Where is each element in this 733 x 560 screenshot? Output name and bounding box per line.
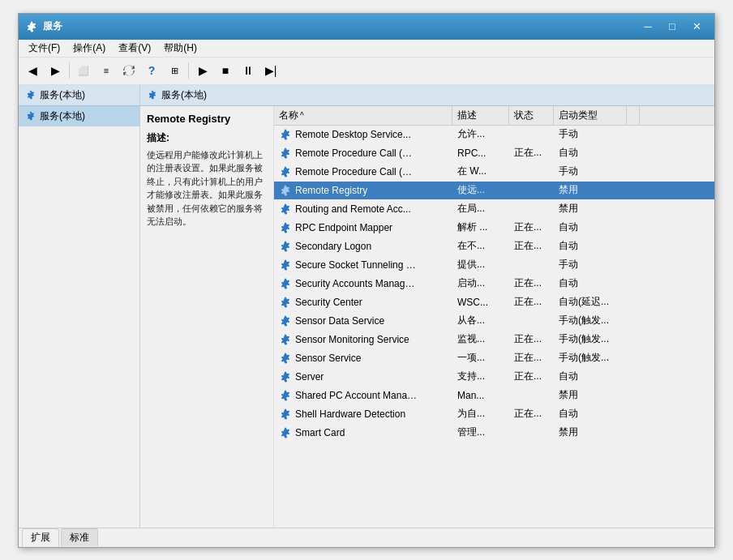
gear-icon [279,426,292,439]
service-startup-cell: 手动 [554,163,627,181]
start-button[interactable]: ▶ [192,60,213,81]
tab-extend[interactable]: 扩展 [22,528,59,547]
service-desc-cell: 从各... [452,312,509,330]
service-space-cell [627,163,640,181]
service-startup-cell: 手动(触发... [554,349,627,367]
service-desc-cell: Man... [452,387,509,404]
list-item[interactable]: Shell Hardware Detection为自...正在...自动 [274,405,714,424]
service-list[interactable]: 名称 ^ 描述 状态 启动类型 [274,106,714,528]
service-status-cell: 正在... [509,293,554,311]
service-status-cell [509,163,554,181]
list-item[interactable]: Security Accounts Manag…启动...正在...自动 [274,275,714,293]
service-status-cell: 正在... [509,368,554,386]
properties-button[interactable]: ⊞ [164,60,185,81]
gear-icon [279,352,292,365]
service-name-text: Remote Registry [295,185,367,196]
list-item[interactable]: Remote Procedure Call (…RPC...正在...自动 [274,144,714,163]
stop-button[interactable]: ■ [215,60,236,81]
description-panel: Remote Registry 描述: 使远程用户能修改此计算机上的注册表设置。… [140,106,274,528]
service-status-cell: 正在... [509,331,554,348]
help-button[interactable]: ? [141,60,162,81]
service-status-cell [509,182,554,199]
back-button[interactable]: ◀ [22,60,43,81]
pause-button[interactable]: ⏸ [238,60,259,81]
service-name-cell: Sensor Monitoring Service [274,331,452,348]
tree-item-services-local[interactable]: 服务(本地) [19,106,139,126]
service-name-text: Remote Procedure Call (… [295,147,412,159]
service-desc-cell: 在 W... [452,163,509,181]
list-item[interactable]: Remote Registry使远...禁用 [274,182,714,200]
list-item[interactable]: Sensor Service一项...正在...手动(触发... [274,349,714,368]
service-desc-cell: 为自... [452,405,509,423]
list-item[interactable]: Remote Procedure Call (…在 W...手动 [274,163,714,182]
list-item[interactable]: Remote Desktop Service...允许...手动 [274,126,714,144]
gear-icon [279,147,292,160]
resume-button[interactable]: ▶| [260,60,281,81]
list-item[interactable]: Smart Card管理...禁用 [274,424,714,442]
menu-bar: 文件(F) 操作(A) 查看(V) 帮助(H) [19,40,714,58]
list-item[interactable]: Sensor Monitoring Service监视...正在...手动(触发… [274,331,714,349]
service-desc-cell: 一项... [452,349,509,367]
list-item[interactable]: Secure Socket Tunneling …提供...手动 [274,256,714,275]
service-desc-cell: 启动... [452,275,509,293]
list-button[interactable]: ≡ [96,60,117,81]
gear-icon [279,128,292,141]
service-status-cell [509,200,554,218]
service-name-text: Security Accounts Manag… [295,278,414,289]
minimize-button[interactable]: ─ [637,18,659,36]
menu-action[interactable]: 操作(A) [66,40,112,57]
menu-help[interactable]: 帮助(H) [157,40,204,57]
service-space-cell [627,293,640,311]
left-panel-header: 服务(本地) [19,85,139,106]
list-item[interactable]: Secondary Logon在不...正在...自动 [274,237,714,256]
refresh-button[interactable] [118,60,139,81]
header-scroll-space [627,106,640,125]
gear-icon [279,203,292,216]
service-desc-cell: 解析 ... [452,219,509,237]
title-bar-controls: ─ □ ✕ [637,18,708,36]
header-desc[interactable]: 描述 [452,106,509,125]
right-panel-header: 服务(本地) [140,85,714,106]
service-name-text: Remote Desktop Service... [295,129,411,140]
service-status-cell [509,424,554,442]
menu-file[interactable]: 文件(F) [22,40,66,57]
list-item[interactable]: Security CenterWSC...正在...自动(延迟... [274,293,714,312]
toolbar-separator-1 [69,62,70,79]
service-startup-cell: 禁用 [554,387,627,404]
forward-button[interactable]: ▶ [45,60,66,81]
list-item[interactable]: RPC Endpoint Mapper解析 ...正在...自动 [274,219,714,237]
service-desc-cell: 使远... [452,182,509,199]
close-button[interactable]: ✕ [685,18,708,36]
service-name-cell: Sensor Service [274,349,452,367]
service-name-text: Sensor Data Service [295,315,384,327]
header-name[interactable]: 名称 ^ [274,106,452,125]
menu-view[interactable]: 查看(V) [112,40,157,57]
header-startup[interactable]: 启动类型 [554,106,627,125]
right-header-icon [147,89,158,100]
gear-icon [279,184,292,197]
toolbar-separator-2 [188,62,189,79]
show-hide-button[interactable]: ⬜ [73,60,94,81]
service-name-text: Secure Socket Tunneling … [295,259,416,271]
service-desc-cell: 允许... [452,126,509,143]
gear-icon [279,221,292,234]
list-header: 名称 ^ 描述 状态 启动类型 [274,106,714,126]
service-name-text: Shared PC Account Mana… [295,390,417,401]
tree-item-icon [25,110,36,122]
service-startup-cell: 手动(触发... [554,331,627,348]
list-item[interactable]: Routing and Remote Acc...在局...禁用 [274,200,714,219]
app-icon [25,20,38,33]
list-item[interactable]: Sensor Data Service从各...手动(触发... [274,312,714,331]
service-space-cell [627,182,640,199]
service-status-cell: 正在... [509,237,554,255]
service-startup-cell: 自动 [554,237,627,255]
service-name-cell: Security Accounts Manag… [274,275,452,293]
restore-button[interactable]: □ [661,18,684,36]
list-item[interactable]: Server支持...正在...自动 [274,368,714,387]
list-item[interactable]: Shared PC Account Mana…Man...禁用 [274,387,714,405]
header-status[interactable]: 状态 [509,106,554,125]
service-name-cell: Secondary Logon [274,237,452,255]
tab-standard[interactable]: 标准 [61,528,98,546]
service-space-cell [627,387,640,404]
status-bar: 扩展 标准 [19,528,714,547]
